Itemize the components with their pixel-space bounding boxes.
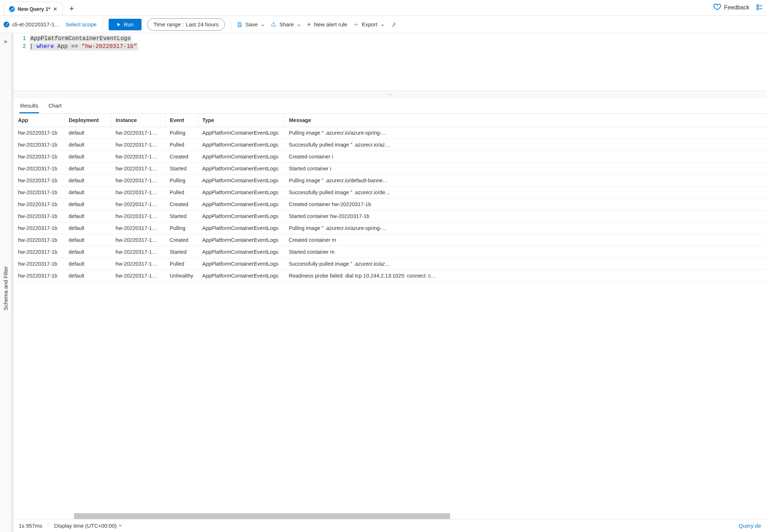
editor-results-splitter[interactable]: ··· [14, 91, 766, 97]
tab-results[interactable]: Results [19, 100, 39, 113]
tab-bar: ⎇ New Query 1* ✕ + Feedback [0, 0, 766, 16]
source-label: cli-et-20220317-1… [12, 21, 60, 27]
cell-instance: hw-20220317-1… [111, 127, 165, 139]
log-analytics-icon: ⎇ [4, 22, 9, 27]
cell-type: AppPlatformContainerEventLogs [198, 199, 284, 210]
display-time-picker[interactable]: Display time (UTC+00:00) [54, 523, 122, 529]
run-label: Run [124, 21, 134, 27]
col-header-event[interactable]: Event [165, 114, 198, 127]
query-editor[interactable]: 1 2 AppPlatformContainerEventLogs | wher… [14, 33, 766, 91]
cell-type: AppPlatformContainerEventLogs [198, 234, 284, 246]
new-alert-rule-button[interactable]: + New alert rule [307, 21, 347, 28]
time-range-label: Time range : [153, 21, 184, 27]
table-row[interactable]: hw-20220317-1bdefaulthw-20220317-1…Pulli… [14, 127, 766, 139]
table-row[interactable]: hw-20220317-1bdefaulthw-20220317-1…Pulle… [14, 139, 766, 151]
pin-icon [391, 22, 396, 27]
cell-app: hw-20220317-1b [14, 270, 64, 282]
token-operator: == [71, 43, 78, 50]
cell-deployment: default [64, 187, 111, 199]
col-header-deployment[interactable]: Deployment [64, 114, 111, 127]
separator [48, 522, 48, 529]
cell-message: Created container m [284, 234, 766, 246]
col-header-app[interactable]: App [14, 114, 64, 127]
cell-app: hw-20220317-1b [14, 151, 64, 163]
share-button[interactable]: Share [271, 21, 301, 27]
close-icon[interactable]: ✕ [53, 6, 57, 12]
source-picker[interactable]: ⎇ cli-et-20220317-1… [4, 21, 60, 27]
table-row[interactable]: hw-20220317-1bdefaulthw-20220317-1…Pulle… [14, 187, 766, 199]
chevron-down-icon [297, 22, 301, 27]
table-row[interactable]: hw-20220317-1bdefaulthw-20220317-1…Start… [14, 210, 766, 222]
schema-filter-label[interactable]: Schema and Filter [3, 266, 9, 310]
share-label: Share [279, 21, 294, 27]
export-button[interactable]: Export [353, 21, 384, 27]
query-tab-title: New Query 1* [18, 6, 50, 12]
svg-rect-4 [239, 25, 240, 26]
cell-deployment: default [64, 222, 111, 234]
heart-icon [713, 3, 721, 12]
time-range-picker[interactable]: Time range : Last 24 hours [147, 18, 225, 31]
table-row[interactable]: hw-20220317-1bdefaulthw-20220317-1…Pulli… [14, 175, 766, 187]
share-icon [271, 22, 277, 27]
col-header-message[interactable]: Message [284, 114, 766, 127]
chevron-down-icon [261, 22, 265, 27]
cell-app: hw-20220317-1b [14, 175, 64, 187]
table-row[interactable]: hw-20220317-1bdefaulthw-20220317-1…Start… [14, 163, 766, 175]
cell-event: Pulling [165, 222, 198, 234]
table-row[interactable]: hw-20220317-1bdefaulthw-20220317-1…Creat… [14, 151, 766, 163]
cell-message: Readiness probe failed: dial tcp 10.244.… [284, 270, 766, 282]
run-button[interactable]: Run [109, 19, 142, 30]
query-tab[interactable]: ⎇ New Query 1* ✕ [4, 2, 63, 16]
col-header-type[interactable]: Type [198, 114, 284, 127]
new-tab-button[interactable]: + [64, 2, 79, 16]
separator [103, 20, 103, 29]
tab-chart[interactable]: Chart [48, 100, 62, 113]
save-button[interactable]: Save [237, 21, 265, 27]
code-area[interactable]: AppPlatformContainerEventLogs | where Ap… [30, 35, 766, 89]
svg-rect-0 [757, 5, 759, 6]
customize-icon[interactable] [756, 4, 763, 12]
cell-type: AppPlatformContainerEventLogs [198, 270, 284, 282]
cell-event: Created [165, 151, 198, 163]
table-row[interactable]: hw-20220317-1bdefaulthw-20220317-1…Creat… [14, 199, 766, 210]
cell-deployment: default [64, 258, 111, 270]
cell-type: AppPlatformContainerEventLogs [198, 175, 284, 187]
cell-message: Started container i [284, 163, 766, 175]
cell-deployment: default [64, 199, 111, 210]
cell-app: hw-20220317-1b [14, 210, 64, 222]
cell-message: Pulling image " .azurecr.io/azure-spring… [284, 127, 766, 139]
export-label: Export [362, 21, 377, 27]
line-gutter: 1 2 [14, 35, 30, 89]
time-range-value: Last 24 hours [186, 21, 219, 27]
cell-instance: hw-20220317-1… [111, 139, 165, 151]
col-header-instance[interactable]: Instance [111, 114, 165, 127]
horizontal-scrollbar[interactable] [14, 513, 766, 519]
cell-deployment: default [64, 127, 111, 139]
cell-deployment: default [64, 270, 111, 282]
expand-rail-button[interactable]: » [4, 38, 7, 45]
query-details-link[interactable]: Query de [739, 523, 761, 529]
cell-app: hw-20220317-1b [14, 222, 64, 234]
select-scope-link[interactable]: Select scope [66, 21, 97, 27]
scroll-thumb[interactable] [74, 513, 450, 519]
table-row[interactable]: hw-20220317-1bdefaulthw-20220317-1…Pulli… [14, 222, 766, 234]
cell-deployment: default [64, 151, 111, 163]
pin-button[interactable] [391, 22, 396, 27]
table-row[interactable]: hw-20220317-1bdefaulthw-20220317-1…Unhea… [14, 270, 766, 282]
feedback-button[interactable]: Feedback [713, 3, 749, 12]
table-row[interactable]: hw-20220317-1bdefaulthw-20220317-1…Creat… [14, 234, 766, 246]
separator [231, 20, 231, 29]
token-string: "hw-20220317-1b" [82, 43, 137, 50]
token-pipe: | [30, 43, 33, 50]
cell-instance: hw-20220317-1… [111, 270, 165, 282]
cell-type: AppPlatformContainerEventLogs [198, 246, 284, 258]
cell-message: Pulling image " .azurecr.io/azure-spring… [284, 222, 766, 234]
cell-instance: hw-20220317-1… [111, 222, 165, 234]
cell-instance: hw-20220317-1… [111, 234, 165, 246]
results-table-wrap[interactable]: App Deployment Instance Event Type Messa… [14, 114, 766, 513]
query-duration: 1s 957ms [19, 523, 42, 529]
table-row[interactable]: hw-20220317-1bdefaulthw-20220317-1…Start… [14, 246, 766, 258]
play-icon [117, 22, 121, 27]
plus-icon: + [307, 21, 311, 28]
table-row[interactable]: hw-20220317-1bdefaulthw-20220317-1…Pulle… [14, 258, 766, 270]
